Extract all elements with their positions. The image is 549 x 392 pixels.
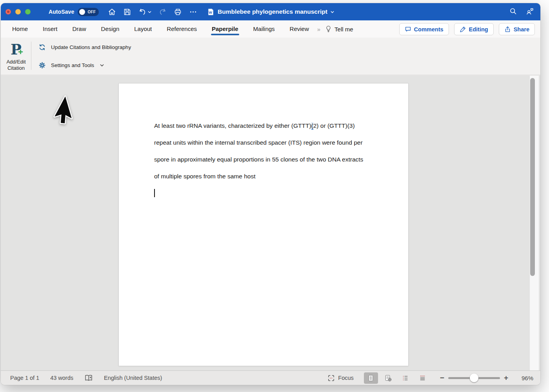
tab-references[interactable]: References: [167, 22, 197, 37]
tab-insert[interactable]: Insert: [43, 22, 58, 37]
statusbar: Page 1 of 1 43 words English (United Sta…: [1, 370, 540, 385]
tab-draw[interactable]: Draw: [73, 22, 86, 37]
zoom-control: − +: [438, 374, 511, 382]
print-layout-view-button[interactable]: [364, 372, 378, 384]
mouse-cursor: [51, 94, 75, 129]
more-tabs-icon[interactable]: »: [317, 26, 320, 33]
close-button[interactable]: [5, 9, 11, 15]
focus-button[interactable]: Focus: [327, 374, 354, 382]
redo-icon: [158, 7, 167, 16]
word-window: AutoSave OFF: [1, 3, 540, 385]
zoom-in-button[interactable]: +: [502, 374, 511, 382]
scrollbar-track[interactable]: [529, 76, 539, 374]
more-commands-icon[interactable]: [189, 7, 197, 16]
doc-line-5: [154, 185, 381, 201]
word-doc-icon: W: [207, 8, 215, 16]
focus-label: Focus: [338, 375, 354, 381]
autosave-toggle[interactable]: OFF: [78, 8, 99, 16]
traffic-lights: [5, 9, 31, 15]
chevron-down-icon: [100, 64, 104, 67]
document-title[interactable]: Bumblebee phylogenetics manuscript: [218, 8, 327, 15]
editing-label: Editing: [469, 26, 488, 33]
fullscreen-button[interactable]: [25, 9, 31, 15]
outline-view-button[interactable]: [398, 372, 413, 384]
comments-button[interactable]: Comments: [399, 23, 449, 35]
tab-home[interactable]: Home: [12, 22, 28, 37]
zoom-out-button[interactable]: −: [438, 374, 447, 382]
update-citations-label: Update Citations and Bibliography: [51, 44, 131, 50]
language-status[interactable]: English (United States): [104, 375, 162, 381]
ribbon-group-divider: [31, 42, 31, 70]
print-layout-icon: [367, 374, 374, 382]
word-count[interactable]: 43 words: [50, 375, 73, 381]
page-count[interactable]: Page 1 of 1: [10, 375, 39, 381]
zoom-slider[interactable]: [448, 374, 500, 382]
settings-tools-button[interactable]: Settings and Tools: [38, 56, 131, 74]
focus-icon: [327, 374, 335, 382]
undo-control[interactable]: [138, 7, 151, 16]
comments-label: Comments: [414, 26, 444, 33]
pencil-icon: [460, 26, 466, 33]
autosave-label: AutoSave: [49, 9, 74, 15]
autosave-state: OFF: [87, 10, 96, 14]
ribbon-tab-row: Home Insert Draw Design Layout Reference…: [1, 20, 540, 38]
comment-icon: [405, 26, 411, 33]
draft-view-button[interactable]: [416, 372, 430, 384]
share-button[interactable]: Share: [499, 23, 535, 35]
document-page[interactable]: At least two rRNA variants, characterize…: [119, 83, 408, 366]
save-icon[interactable]: [123, 7, 131, 16]
svg-text:W: W: [209, 10, 212, 14]
draft-view-icon: [419, 374, 426, 382]
tab-review[interactable]: Review: [290, 22, 309, 37]
refresh-icon: [38, 44, 46, 51]
tab-design[interactable]: Design: [101, 22, 120, 37]
zoom-slider-thumb[interactable]: [470, 374, 478, 382]
doc-line-3: spore in approximately equal proportions…: [154, 151, 381, 168]
doc-line-4: of multiple spores from the same host: [154, 168, 381, 185]
undo-icon[interactable]: [138, 7, 147, 16]
undo-dropdown-icon[interactable]: [148, 11, 151, 13]
tab-paperpile[interactable]: Paperpile: [212, 22, 238, 37]
editing-button[interactable]: Editing: [454, 23, 494, 35]
web-layout-icon: [384, 374, 392, 382]
toggle-knob: [79, 9, 85, 15]
add-edit-citation-label-2: Citation: [4, 65, 28, 71]
tab-layout[interactable]: Layout: [134, 22, 152, 37]
titlebar: AutoSave OFF: [1, 3, 540, 20]
doc-line-1: At least two rRNA variants, characterize…: [154, 117, 381, 134]
proofing-status-icon[interactable]: [84, 374, 93, 382]
search-icon[interactable]: [509, 7, 517, 17]
paperpile-logo-icon: P+: [4, 40, 28, 59]
web-layout-view-button[interactable]: [381, 372, 395, 384]
minimize-button[interactable]: [15, 9, 21, 15]
settings-tools-label: Settings and Tools: [51, 62, 94, 68]
add-edit-citation-label-1: Add/Edit: [4, 59, 28, 65]
contacts-icon[interactable]: [526, 7, 534, 17]
add-edit-citation-button[interactable]: P+ Add/Edit Citation: [4, 40, 28, 71]
share-label: Share: [514, 26, 529, 33]
tell-me-label: Tell me: [334, 26, 353, 33]
home-icon[interactable]: [107, 7, 116, 16]
doc-line-2: repeat units within the internal transcr…: [154, 134, 381, 151]
tell-me-control[interactable]: Tell me: [325, 25, 353, 33]
document-area: At least two rRNA variants, characterize…: [1, 76, 540, 374]
text-cursor: [154, 189, 155, 197]
lightbulb-icon: [325, 25, 332, 33]
print-icon[interactable]: [173, 7, 182, 16]
gear-icon: [38, 62, 46, 69]
title-dropdown-icon[interactable]: [331, 11, 334, 13]
paperpile-ribbon: P+ Add/Edit Citation Update Citations an…: [1, 38, 540, 75]
update-citations-button[interactable]: Update Citations and Bibliography: [38, 38, 131, 56]
zoom-percentage[interactable]: 96%: [517, 375, 533, 381]
outline-view-icon: [402, 374, 409, 382]
tab-mailings[interactable]: Mailings: [253, 22, 275, 37]
share-icon: [504, 26, 511, 33]
scrollbar-thumb[interactable]: [530, 78, 535, 276]
